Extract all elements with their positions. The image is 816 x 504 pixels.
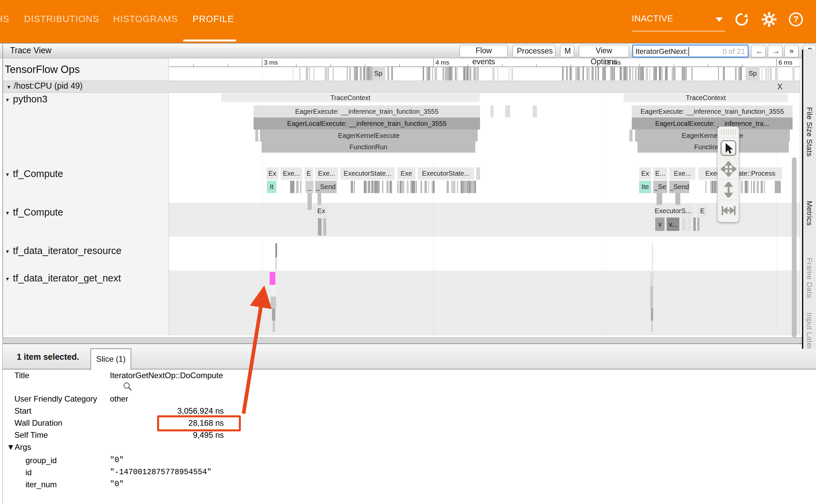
micro-slice[interactable] bbox=[390, 181, 392, 193]
tab-distributions[interactable]: DISTRIBUTIONS bbox=[24, 14, 99, 24]
collapse-triangle-icon[interactable]: ▾ bbox=[7, 83, 10, 91]
micro-slice[interactable] bbox=[426, 181, 427, 193]
trace-bar[interactable] bbox=[629, 130, 632, 142]
micro-slice[interactable] bbox=[747, 181, 749, 193]
micro-slice[interactable] bbox=[714, 181, 716, 193]
micro-slice[interactable] bbox=[711, 181, 714, 193]
trace-bar[interactable] bbox=[273, 321, 275, 332]
close-icon[interactable]: X bbox=[777, 82, 783, 91]
trace-slice[interactable]: _Se bbox=[653, 181, 667, 193]
collapse-triangle-icon[interactable]: ▾ bbox=[6, 275, 9, 282]
micro-slice[interactable] bbox=[327, 66, 328, 80]
tab-graphs-clipped[interactable]: HS bbox=[0, 14, 9, 24]
micro-slice[interactable] bbox=[293, 66, 293, 80]
micro-slice[interactable] bbox=[738, 66, 739, 80]
help-icon[interactable]: ? bbox=[788, 11, 804, 27]
micro-slice[interactable] bbox=[352, 181, 353, 193]
micro-slice[interactable] bbox=[654, 66, 655, 80]
micro-slice[interactable] bbox=[299, 66, 300, 80]
trace-bar[interactable] bbox=[275, 243, 277, 257]
trace-bar[interactable] bbox=[682, 218, 686, 231]
micro-slice[interactable] bbox=[587, 66, 588, 80]
micro-slice[interactable] bbox=[675, 66, 676, 80]
trace-bar[interactable] bbox=[255, 130, 258, 142]
micro-slice[interactable] bbox=[421, 181, 422, 193]
micro-slice[interactable] bbox=[402, 181, 403, 193]
micro-slice[interactable] bbox=[306, 66, 308, 80]
micro-slice[interactable] bbox=[366, 181, 367, 193]
trace-bar[interactable] bbox=[290, 181, 294, 193]
micro-slice[interactable] bbox=[656, 66, 657, 80]
micro-slice[interactable] bbox=[347, 66, 348, 80]
trace-slice[interactable]: EagerLocalExecute: __inference_train_fun… bbox=[254, 117, 480, 130]
micro-slice[interactable] bbox=[407, 181, 409, 193]
micro-slice[interactable] bbox=[412, 181, 414, 193]
trace-bar[interactable] bbox=[270, 272, 275, 285]
panel-divider[interactable] bbox=[3, 337, 816, 344]
trace-slice[interactable]: _Send bbox=[315, 181, 337, 193]
trace-slice[interactable]: Exe... bbox=[669, 167, 695, 180]
micro-slice[interactable] bbox=[705, 181, 707, 193]
micro-slice[interactable] bbox=[468, 181, 470, 193]
trace-bar[interactable] bbox=[275, 257, 277, 270]
micro-slice[interactable] bbox=[595, 66, 596, 80]
micro-slice[interactable] bbox=[566, 66, 567, 80]
vertical-scrollbar[interactable] bbox=[792, 157, 797, 337]
track-label-tf_data_iterator_get_next[interactable]: ▾tf_data_iterator_get_next bbox=[6, 273, 121, 284]
tab-histograms[interactable]: HISTOGRAMS bbox=[113, 14, 178, 24]
micro-slice[interactable] bbox=[583, 66, 584, 80]
micro-slice[interactable] bbox=[451, 66, 453, 80]
micro-slice[interactable] bbox=[451, 181, 453, 193]
micro-slice[interactable] bbox=[463, 181, 464, 193]
micro-slice[interactable] bbox=[466, 66, 469, 80]
micro-slice[interactable] bbox=[508, 66, 509, 80]
micro-slice[interactable] bbox=[397, 181, 399, 193]
metadata-button[interactable]: M bbox=[560, 45, 574, 57]
micro-slice[interactable] bbox=[354, 181, 355, 193]
micro-slice[interactable] bbox=[497, 66, 498, 80]
trace-slice[interactable]: Exe... bbox=[315, 167, 338, 180]
trace-slice[interactable]: _Send bbox=[669, 181, 689, 193]
micro-slice[interactable] bbox=[629, 66, 631, 80]
micro-slice[interactable] bbox=[432, 66, 433, 80]
micro-slice[interactable] bbox=[360, 66, 362, 80]
micro-slice[interactable] bbox=[436, 66, 437, 80]
trace-bar[interactable] bbox=[318, 218, 322, 236]
micro-slice[interactable] bbox=[333, 66, 334, 80]
trace-bar[interactable] bbox=[533, 105, 537, 117]
prev-match-button[interactable]: ← bbox=[751, 45, 766, 57]
micro-slice[interactable] bbox=[492, 66, 494, 80]
sidebar-tab-input-latency[interactable]: Input Latency bbox=[805, 313, 814, 349]
trace-bar[interactable] bbox=[300, 181, 301, 193]
micro-slice[interactable] bbox=[368, 181, 370, 193]
micro-slice[interactable] bbox=[433, 181, 434, 193]
run-selector[interactable]: INACTIVE bbox=[632, 13, 725, 24]
micro-slice[interactable] bbox=[512, 66, 513, 80]
micro-slice[interactable] bbox=[761, 66, 763, 80]
micro-slice[interactable] bbox=[475, 181, 476, 193]
track-label-tf_Compute[interactable]: ▾tf_Compute bbox=[6, 168, 63, 179]
micro-slice[interactable] bbox=[723, 66, 725, 80]
micro-slice[interactable] bbox=[454, 181, 456, 193]
selection-tool-button[interactable] bbox=[718, 138, 739, 158]
trace-slice[interactable]: Sp bbox=[746, 66, 760, 80]
micro-slice[interactable] bbox=[473, 66, 475, 80]
micro-slice[interactable] bbox=[443, 66, 444, 80]
trace-slice[interactable]: Exe... bbox=[281, 167, 302, 180]
micro-slice[interactable] bbox=[420, 181, 421, 193]
sidebar-tab-frame-data[interactable]: Frame Data bbox=[805, 258, 814, 298]
micro-slice[interactable] bbox=[449, 66, 451, 80]
micro-slice[interactable] bbox=[374, 181, 377, 193]
sidebar-tab-file-size-stats[interactable]: File Size Stats bbox=[805, 107, 814, 157]
micro-slice[interactable] bbox=[370, 66, 372, 80]
micro-slice[interactable] bbox=[612, 66, 613, 80]
micro-slice[interactable] bbox=[686, 66, 687, 80]
trace-bar[interactable] bbox=[652, 243, 653, 270]
trace-bar[interactable] bbox=[650, 285, 653, 308]
micro-slice[interactable] bbox=[638, 66, 639, 80]
trace-slice[interactable]: EagerLocalExecute: __inference_tra... bbox=[632, 117, 793, 130]
trace-slice[interactable]: Ex bbox=[314, 205, 328, 217]
collapse-triangle-icon[interactable]: ▾ bbox=[6, 248, 9, 255]
micro-slice[interactable] bbox=[456, 66, 458, 80]
micro-slice[interactable] bbox=[371, 181, 372, 193]
